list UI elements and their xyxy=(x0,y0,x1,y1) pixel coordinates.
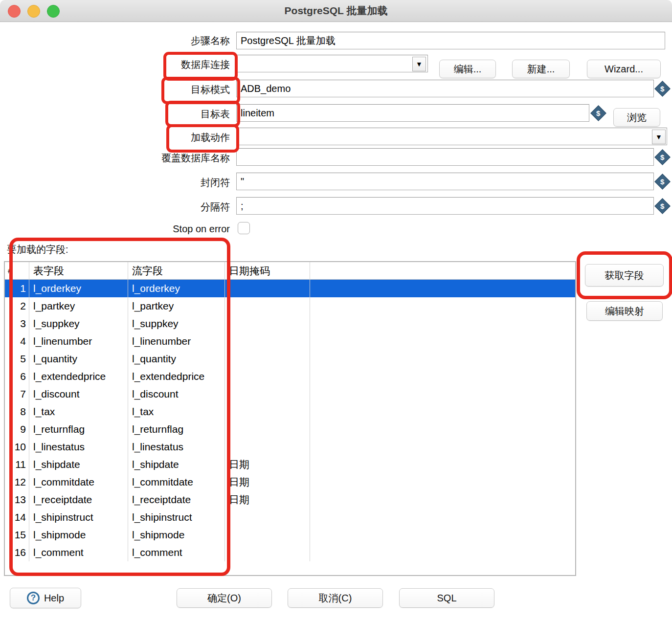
cell-date-mask[interactable] xyxy=(225,438,310,456)
column-header-date-mask[interactable]: 日期掩码 xyxy=(225,262,310,279)
cell-table-field[interactable]: l_shipdate xyxy=(29,456,128,473)
table-row[interactable]: 15l_shipmodel_shipmode xyxy=(5,526,575,544)
row-number[interactable]: 16 xyxy=(5,544,29,561)
cell-date-mask[interactable]: 日期 xyxy=(225,473,310,491)
cell-empty[interactable] xyxy=(310,544,575,561)
table-row[interactable]: 9l_returnflagl_returnflag xyxy=(5,421,575,438)
sql-button[interactable]: SQL xyxy=(399,588,494,608)
table-row[interactable]: 16l_commentl_comment xyxy=(5,544,575,561)
cell-table-field[interactable]: l_linestatus xyxy=(29,438,128,456)
table-row[interactable]: 3l_suppkeyl_suppkey xyxy=(5,315,575,332)
delimiter-input[interactable]: ; xyxy=(236,197,654,215)
cell-date-mask[interactable]: 日期 xyxy=(225,491,310,509)
row-number[interactable]: 3 xyxy=(5,315,29,332)
column-header-num[interactable]: # xyxy=(5,262,29,279)
cell-table-field[interactable]: l_shipmode xyxy=(29,526,128,544)
table-row[interactable]: 8l_taxl_tax xyxy=(5,403,575,421)
cell-stream-field[interactable]: l_linenumber xyxy=(128,332,225,350)
table-row[interactable]: 12l_commitdatel_commitdate日期 xyxy=(5,473,575,491)
cell-date-mask[interactable] xyxy=(225,509,310,526)
cell-date-mask[interactable]: 日期 xyxy=(225,456,310,473)
table-row[interactable]: 7l_discountl_discount xyxy=(5,385,575,403)
load-action-select[interactable]: 插入 ▼ xyxy=(236,128,667,145)
cell-table-field[interactable]: l_commitdate xyxy=(29,473,128,491)
cell-table-field[interactable]: l_receiptdate xyxy=(29,491,128,509)
cell-table-field[interactable]: l_quantity xyxy=(29,350,128,368)
cell-empty[interactable] xyxy=(310,280,575,297)
cell-date-mask[interactable] xyxy=(225,280,310,297)
cell-table-field[interactable]: l_extendedprice xyxy=(29,368,128,385)
row-number[interactable]: 10 xyxy=(5,438,29,456)
cell-date-mask[interactable] xyxy=(225,350,310,368)
row-number[interactable]: 15 xyxy=(5,526,29,544)
stop-on-error-checkbox[interactable] xyxy=(238,222,250,234)
column-header-stream-field[interactable]: 流字段 xyxy=(128,262,225,279)
cell-table-field[interactable]: l_suppkey xyxy=(29,315,128,332)
row-number[interactable]: 12 xyxy=(5,473,29,491)
row-number[interactable]: 6 xyxy=(5,368,29,385)
wizard-button[interactable]: Wizard... xyxy=(587,60,661,78)
edit-mapping-button[interactable]: 编辑映射 xyxy=(586,301,663,321)
ok-button[interactable]: 确定(O) xyxy=(177,588,272,608)
cell-empty[interactable] xyxy=(310,456,575,473)
row-number[interactable]: 4 xyxy=(5,332,29,350)
cell-empty[interactable] xyxy=(310,297,575,315)
cell-stream-field[interactable]: l_quantity xyxy=(128,350,225,368)
cell-stream-field[interactable]: l_returnflag xyxy=(128,421,225,438)
cell-table-field[interactable]: l_comment xyxy=(29,544,128,561)
cell-stream-field[interactable]: l_linestatus xyxy=(128,438,225,456)
cell-empty[interactable] xyxy=(310,332,575,350)
cell-stream-field[interactable]: l_orderkey xyxy=(128,280,225,297)
cell-stream-field[interactable]: l_shipinstruct xyxy=(128,509,225,526)
cell-empty[interactable] xyxy=(310,473,575,491)
step-name-input[interactable]: PostgreSQL 批量加载 xyxy=(236,32,665,49)
cell-stream-field[interactable]: l_receiptdate xyxy=(128,491,225,509)
target-schema-input[interactable]: ADB_demo xyxy=(236,80,654,97)
table-row[interactable]: 6l_extendedpricel_extendedprice xyxy=(5,368,575,385)
cell-empty[interactable] xyxy=(310,438,575,456)
target-table-input[interactable]: lineitem xyxy=(236,104,589,122)
row-number[interactable]: 14 xyxy=(5,509,29,526)
chevron-down-icon[interactable]: ▼ xyxy=(412,57,426,71)
cell-stream-field[interactable]: l_extendedprice xyxy=(128,368,225,385)
cell-empty[interactable] xyxy=(310,403,575,421)
cell-empty[interactable] xyxy=(310,491,575,509)
table-row[interactable]: 10l_linestatusl_linestatus xyxy=(5,438,575,456)
cell-date-mask[interactable] xyxy=(225,403,310,421)
cell-table-field[interactable]: l_linenumber xyxy=(29,332,128,350)
cell-empty[interactable] xyxy=(310,526,575,544)
cell-empty[interactable] xyxy=(310,315,575,332)
get-fields-button[interactable]: 获取字段 xyxy=(585,264,664,287)
help-button[interactable]: ? Help xyxy=(10,588,81,608)
chevron-down-icon[interactable]: ▼ xyxy=(652,130,666,144)
column-header-table-field[interactable]: 表字段 xyxy=(29,262,128,279)
db-connection-select[interactable]: ADB for PostareSQL ▼ xyxy=(236,55,428,72)
cell-stream-field[interactable]: l_shipdate xyxy=(128,456,225,473)
table-row[interactable]: 13l_receiptdatel_receiptdate日期 xyxy=(5,491,575,509)
row-number[interactable]: 8 xyxy=(5,403,29,421)
cell-stream-field[interactable]: l_shipmode xyxy=(128,526,225,544)
cell-stream-field[interactable]: l_suppkey xyxy=(128,315,225,332)
cell-table-field[interactable]: l_orderkey xyxy=(29,280,128,297)
cell-date-mask[interactable] xyxy=(225,385,310,403)
cell-stream-field[interactable]: l_discount xyxy=(128,385,225,403)
cell-date-mask[interactable] xyxy=(225,421,310,438)
cell-stream-field[interactable]: l_tax xyxy=(128,403,225,421)
cell-stream-field[interactable]: l_comment xyxy=(128,544,225,561)
cell-date-mask[interactable] xyxy=(225,526,310,544)
row-number[interactable]: 2 xyxy=(5,297,29,315)
cell-table-field[interactable]: l_shipinstruct xyxy=(29,509,128,526)
table-row[interactable]: 1l_orderkeyl_orderkey xyxy=(5,280,575,297)
new-connection-button[interactable]: 新建... xyxy=(512,60,570,78)
table-row[interactable]: 2l_partkeyl_partkey xyxy=(5,297,575,315)
edit-connection-button[interactable]: 编辑... xyxy=(439,60,496,78)
cancel-button[interactable]: 取消(C) xyxy=(288,588,383,608)
cell-empty[interactable] xyxy=(310,509,575,526)
override-db-name-input[interactable] xyxy=(236,148,654,166)
cell-table-field[interactable]: l_discount xyxy=(29,385,128,403)
cell-stream-field[interactable]: l_partkey xyxy=(128,297,225,315)
row-number[interactable]: 5 xyxy=(5,350,29,368)
cell-stream-field[interactable]: l_commitdate xyxy=(128,473,225,491)
cell-table-field[interactable]: l_partkey xyxy=(29,297,128,315)
table-row[interactable]: 4l_linenumberl_linenumber xyxy=(5,332,575,350)
